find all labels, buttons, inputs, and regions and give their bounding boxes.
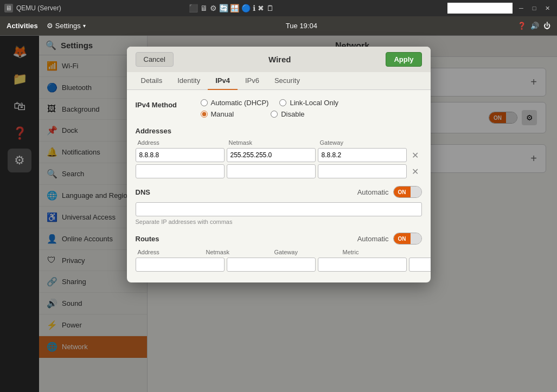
dns-section: DNS Automatic ON Separate IP addresses w… xyxy=(136,186,422,225)
col-gateway-header: Gateway xyxy=(318,139,407,146)
routes-col-netmask: Netmask xyxy=(204,249,270,255)
routes-col-address: Address xyxy=(136,249,202,255)
remove-address-1-button[interactable]: ✕ xyxy=(409,149,422,162)
power-icon[interactable]: ⏻ xyxy=(543,22,550,30)
routes-header-row: Routes Automatic ON xyxy=(136,233,422,245)
modal-title: Wired xyxy=(174,55,386,64)
routes-netmask-input[interactable] xyxy=(227,258,316,272)
dns-header-row: DNS Automatic ON xyxy=(136,186,422,198)
radio-dhcp[interactable] xyxy=(201,99,208,106)
col-netmask-header: Netmask xyxy=(227,139,316,146)
remove-address-2-button[interactable]: ✕ xyxy=(409,165,422,178)
radio-disable[interactable] xyxy=(271,111,278,118)
dns-toggle-off xyxy=(411,187,421,197)
netmask-input-1[interactable] xyxy=(227,148,316,162)
clock: Tue 19:04 xyxy=(86,22,517,30)
tab-security[interactable]: Security xyxy=(267,72,308,90)
volume-icon[interactable]: 🔊 xyxy=(530,22,539,30)
address-row-2: ✕ xyxy=(136,164,422,178)
dns-auto-toggle: Automatic ON xyxy=(357,186,422,198)
taskbar: Activities ⚙ Settings ▾ Tue 19:04 ❓ 🔊 ⏻ xyxy=(0,16,557,36)
dns-input[interactable] xyxy=(136,202,422,216)
method-disable[interactable]: Disable xyxy=(271,110,304,118)
settings-menu[interactable]: ⚙ Settings ▾ xyxy=(47,22,86,30)
close-button[interactable]: ✕ xyxy=(542,3,553,14)
routes-col-metric: Metric xyxy=(341,249,407,255)
routes-auto-toggle: Automatic ON xyxy=(357,233,422,245)
window-title: QEMU (Server) xyxy=(16,4,183,12)
apply-button[interactable]: Apply xyxy=(386,52,421,67)
dns-toggle-pill[interactable]: ON xyxy=(393,186,422,198)
dns-toggle-on: ON xyxy=(394,187,411,197)
tab-details[interactable]: Details xyxy=(133,72,170,90)
window-controls: ─ □ ✕ xyxy=(516,3,553,14)
minimize-button[interactable]: ─ xyxy=(516,3,527,14)
radio-link-local[interactable] xyxy=(279,99,286,106)
toolbar-icons: ⬛ 🖥 ⚙ 🔄 🪟 🔵 ℹ ✖ 🗒 xyxy=(189,4,274,12)
addresses-label: Addresses xyxy=(136,127,422,135)
address-row-1: ✕ xyxy=(136,148,422,162)
col-address-header: Address xyxy=(136,139,225,146)
accessibility-icon: ❓ xyxy=(517,22,526,30)
routes-toggle-off xyxy=(411,233,421,244)
routes-address-input[interactable] xyxy=(136,258,225,272)
ipv4-method-label: IPv4 Method xyxy=(136,99,190,109)
maximize-button[interactable]: □ xyxy=(529,3,540,14)
routes-toggle-pill[interactable]: ON xyxy=(393,233,422,245)
dns-auto-label: Automatic xyxy=(357,188,389,196)
tab-identity[interactable]: Identity xyxy=(170,72,208,90)
routes-toggle-on: ON xyxy=(394,233,411,244)
titlebar: 🖥 QEMU (Server) ⬛ 🖥 ⚙ 🔄 🪟 🔵 ℹ ✖ 🗒 ─ □ ✕ xyxy=(0,0,557,16)
routes-section: Routes Automatic ON Address Netmask Gate… xyxy=(136,233,422,272)
modal-overlay: Cancel Wired Apply Details Identity IPv4… xyxy=(0,36,557,392)
method-manual[interactable]: Manual xyxy=(201,110,234,118)
routes-label: Routes xyxy=(136,235,159,243)
ipv4-method-section: IPv4 Method Automatic (DHCP) Link-Local … xyxy=(136,99,422,118)
modal-tabs: Details Identity IPv4 IPv6 Security xyxy=(127,72,431,90)
taskbar-right: ❓ 🔊 ⏻ xyxy=(517,22,550,30)
addresses-section: Addresses Address Netmask Gateway ✕ xyxy=(136,127,422,178)
titlebar-search[interactable] xyxy=(447,3,513,14)
gateway-input-1[interactable] xyxy=(318,148,407,162)
radio-manual[interactable] xyxy=(201,111,208,118)
netmask-input-2[interactable] xyxy=(227,164,316,178)
gateway-input-2[interactable] xyxy=(318,164,407,178)
routes-gateway-input[interactable] xyxy=(318,258,407,272)
tab-ipv6[interactable]: IPv6 xyxy=(238,72,267,90)
method-link-local[interactable]: Link-Local Only xyxy=(279,99,338,107)
routes-col-gateway: Gateway xyxy=(272,249,338,255)
cancel-button[interactable]: Cancel xyxy=(136,52,174,67)
routes-col-headers: Address Netmask Gateway Metric xyxy=(136,249,422,255)
method-row-2: Manual Disable xyxy=(201,110,339,118)
addresses-header: Address Netmask Gateway xyxy=(136,139,422,146)
tab-ipv4[interactable]: IPv4 xyxy=(208,72,238,90)
method-dhcp[interactable]: Automatic (DHCP) xyxy=(201,99,269,107)
app-icon: 🖥 xyxy=(4,4,13,12)
routes-metric-input[interactable] xyxy=(409,258,431,272)
modal-header: Cancel Wired Apply xyxy=(127,47,431,72)
activities-button[interactable]: Activities xyxy=(7,22,38,30)
modal-body: IPv4 Method Automatic (DHCP) Link-Local … xyxy=(127,90,431,282)
dns-hint: Separate IP addresses with commas xyxy=(136,219,422,225)
method-radio-group: Automatic (DHCP) Link-Local Only Manual xyxy=(201,99,339,118)
address-input-2[interactable] xyxy=(136,164,225,178)
dns-label: DNS xyxy=(136,188,150,196)
method-row-1: Automatic (DHCP) Link-Local Only xyxy=(201,99,339,107)
routes-row-1: ✕ xyxy=(136,258,422,272)
wired-config-modal: Cancel Wired Apply Details Identity IPv4… xyxy=(127,47,431,282)
routes-auto-label: Automatic xyxy=(357,235,389,243)
address-input-1[interactable] xyxy=(136,148,225,162)
